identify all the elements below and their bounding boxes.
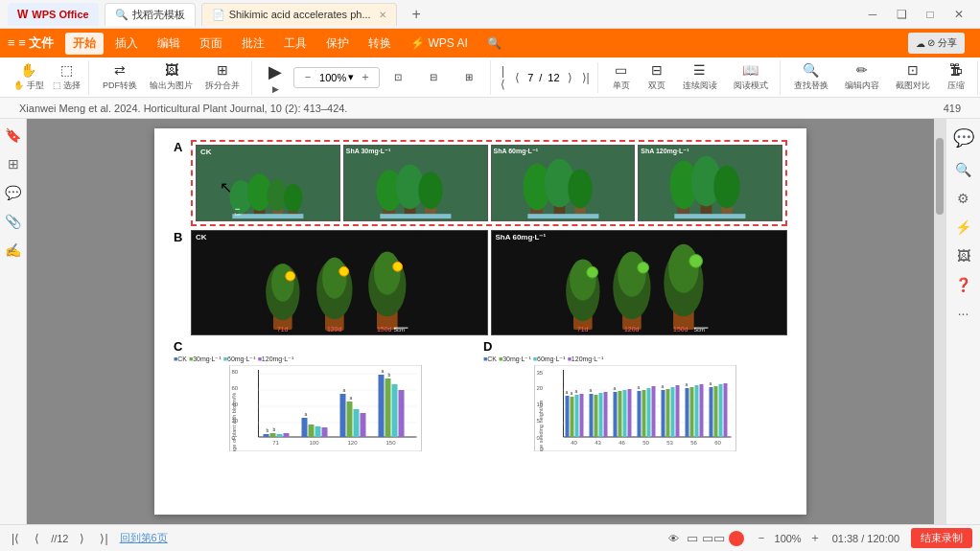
svg-rect-112 [535,365,736,451]
menu-page[interactable]: 页面 [192,33,230,55]
split-merge-button[interactable]: ⊞ 拆分合并 [198,60,247,95]
thumbnail-icon[interactable]: ⊞ [5,153,22,174]
page-separator: / [537,72,544,83]
bottom-next-page[interactable]: ⟩ [76,530,88,547]
menu-comment[interactable]: 批注 [234,33,272,55]
svg-point-40 [286,271,295,281]
image-right-icon[interactable]: 🖼 [954,245,973,266]
more-icon[interactable]: ··· [955,303,972,324]
stop-record-button[interactable]: 结束录制 [911,528,972,548]
comment-icon[interactable]: 💬 [2,182,24,203]
maximize-button[interactable]: □ [917,5,944,24]
fit-height-button[interactable]: ⊞ [452,60,486,95]
bottom-last-page[interactable]: ⟩| [96,530,111,547]
compress-button[interactable]: 🗜 压缩 [939,60,973,95]
svg-rect-141 [671,387,675,437]
next-page-button[interactable]: ⟩ [564,69,576,86]
zoom-minus-button[interactable]: － [298,67,317,87]
svg-text:71d: 71d [576,326,588,333]
menu-convert[interactable]: 转换 [361,33,399,55]
signature-icon[interactable]: ✍ [2,240,24,261]
svg-rect-125 [575,395,579,437]
play-button[interactable]: ▶ ▶ [258,60,292,95]
go-page-label[interactable]: 回到第6页 [120,531,168,545]
screenshot-button[interactable]: ⊡ 截图对比 [888,60,938,95]
svg-text:20: 20 [537,385,544,391]
continuous-read-button[interactable]: ☰ 连续阅读 [675,60,725,95]
first-page-button[interactable]: |⟨ [497,62,509,93]
last-page-button[interactable]: ⟩| [578,69,594,86]
screenshot-icon: ⊡ [907,62,919,78]
zoom-out-button[interactable]: － [752,528,771,548]
wps-ai-button[interactable]: ⚡ WPS AI [403,34,475,53]
svg-text:a: a [686,381,688,387]
svg-text:80: 80 [232,369,239,375]
menu-edit[interactable]: 编辑 [150,33,188,55]
fit-page-button[interactable]: ⊡ [381,60,415,95]
scroll-thumb[interactable] [936,138,944,215]
prev-page-button[interactable]: ⟨ [511,69,524,86]
svg-rect-98 [392,384,398,437]
pdf-viewer[interactable]: A CK [27,119,934,524]
figure-section-b: B CK [174,230,787,335]
page-number: 419 [944,103,961,114]
bottom-prev-page[interactable]: ⟨ [31,530,43,547]
restore-button[interactable]: ❑ [888,5,915,24]
two-page-button[interactable]: ⊟ 双页 [640,60,674,95]
read-mode-button[interactable]: 📖 阅读模式 [726,60,776,95]
svg-rect-99 [399,390,405,437]
pdf-tab-close[interactable]: ✕ [379,10,386,20]
menu-start[interactable]: 开始 [65,33,104,55]
chart-c: C ■CK ■30mg·L⁻¹ ■60mg·L⁻¹ ■120mg·L⁻¹ 0 2… [174,339,478,454]
total-pages: 12 [546,72,561,83]
window-controls: ─ ❑ □ ✕ [859,5,972,24]
chat-bubble-icon[interactable]: 💬 [950,125,977,151]
record-time: 01:38 / 120:00 [832,533,899,544]
chart-d-section-label: D [483,339,787,354]
share-button[interactable]: ☁ ⊘ 分享 [908,33,965,54]
menu-insert[interactable]: 插入 [107,33,146,55]
app-logo[interactable]: ≡ ≡ 文件 [8,34,54,52]
single-page-button[interactable]: ▭ 单页 [604,60,639,95]
settings-icon[interactable]: ⚙ [954,188,972,209]
new-tab-button[interactable]: + [403,3,431,26]
right-tools-icon[interactable]: 🔍 [952,159,974,180]
fit-width-button[interactable]: ⊟ [416,60,451,95]
output-img-button[interactable]: 🖼 输出为图片 [146,60,197,95]
svg-rect-84 [264,434,269,437]
wps-tab[interactable]: W WPS Office [8,3,99,26]
select-tool-button[interactable]: ⬚ ⬚ 选择 [49,60,85,95]
pdf-convert-button[interactable]: ⇄ PDF转换 [95,60,145,95]
template-tab[interactable]: 🔍 找稻壳模板 [105,3,196,26]
view-single-icon[interactable]: ▭ [687,531,698,546]
plant-image-sha30: ShA 30mg·L⁻¹ [343,145,488,221]
chart-c-svg: 0 20 40 60 80 [174,365,478,451]
find-replace-button[interactable]: 🔍 查找替换 [786,60,836,95]
zoom-control[interactable]: － 100% ▾ ＋ [293,67,380,88]
help-icon[interactable]: ❓ [952,274,974,295]
play-circle-icon[interactable]: ▶ [729,531,744,546]
hand-tool-button[interactable]: ✋ ✋ 手型 [10,60,48,95]
scrollbar[interactable] [934,119,945,524]
menu-tools[interactable]: 工具 [276,33,315,55]
svg-point-57 [570,259,595,300]
close-button[interactable]: ✕ [945,5,972,24]
bookmark-icon[interactable]: 🔖 [2,125,24,146]
edit-content-button[interactable]: ✏ 编辑内容 [837,60,887,95]
zoom-in-button[interactable]: ＋ [805,528,825,548]
svg-text:56: 56 [690,440,697,446]
sliders-icon[interactable]: ⚡ [952,217,974,238]
bottom-first-page[interactable]: |⟨ [8,530,23,547]
view-double-icon[interactable]: ▭▭ [702,531,725,546]
sha60-label-a: ShA 60mg·L⁻¹ [494,148,539,155]
pdf-tab[interactable]: 📄 Shikimic acid accelerates ph... ✕ [201,3,397,26]
zoom-plus-button[interactable]: ＋ [356,67,375,87]
sha30-label-a: ShA 30mg·L⁻¹ [346,148,391,155]
minimize-button[interactable]: ─ [859,5,886,24]
search-button[interactable]: 🔍 [479,34,509,53]
attachment-icon[interactable]: 📎 [2,211,24,232]
svg-rect-147 [710,387,713,437]
menu-protect[interactable]: 保护 [318,33,357,55]
svg-rect-143 [686,388,689,437]
svg-rect-96 [379,375,385,437]
